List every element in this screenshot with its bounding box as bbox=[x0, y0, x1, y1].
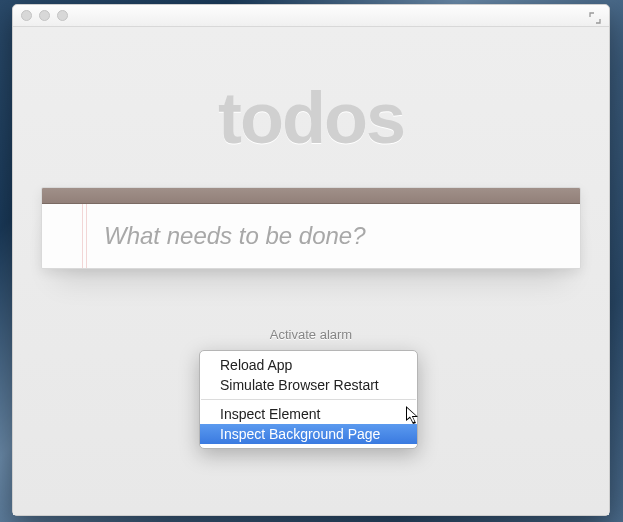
app-title: todos bbox=[41, 77, 581, 159]
menu-divider bbox=[201, 399, 416, 400]
close-window-button[interactable] bbox=[21, 10, 32, 21]
minimize-window-button[interactable] bbox=[39, 10, 50, 21]
todo-card: What needs to be done? bbox=[41, 187, 581, 269]
menu-item-inspect-element[interactable]: Inspect Element bbox=[200, 404, 417, 424]
new-todo-input[interactable]: What needs to be done? bbox=[64, 222, 558, 250]
todo-input-area[interactable]: What needs to be done? bbox=[42, 204, 580, 268]
menu-item-inspect-background-page[interactable]: Inspect Background Page bbox=[200, 424, 417, 444]
paper-rule-line bbox=[82, 204, 83, 268]
card-header-bar bbox=[42, 188, 580, 204]
window-titlebar[interactable] bbox=[13, 5, 609, 27]
paper-rule-line bbox=[86, 204, 87, 268]
zoom-window-button[interactable] bbox=[57, 10, 68, 21]
context-menu: Reload App Simulate Browser Restart Insp… bbox=[199, 350, 418, 449]
activate-alarm-link[interactable]: Activate alarm bbox=[41, 327, 581, 342]
fullscreen-icon[interactable] bbox=[589, 10, 601, 22]
menu-item-reload-app[interactable]: Reload App bbox=[200, 355, 417, 375]
menu-item-simulate-browser-restart[interactable]: Simulate Browser Restart bbox=[200, 375, 417, 395]
traffic-lights bbox=[21, 10, 68, 21]
